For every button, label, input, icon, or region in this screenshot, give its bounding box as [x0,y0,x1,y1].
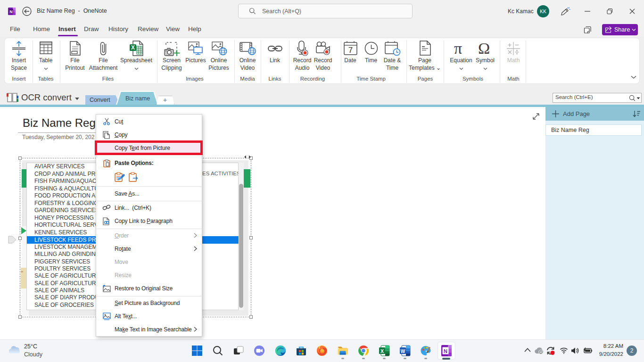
svg-text:N: N [444,348,447,354]
svg-text:X: X [380,348,384,354]
svg-text:X: X [131,44,135,51]
svg-text:W: W [401,349,405,354]
svg-text:N: N [9,9,13,14]
svg-text:7: 7 [348,46,353,55]
